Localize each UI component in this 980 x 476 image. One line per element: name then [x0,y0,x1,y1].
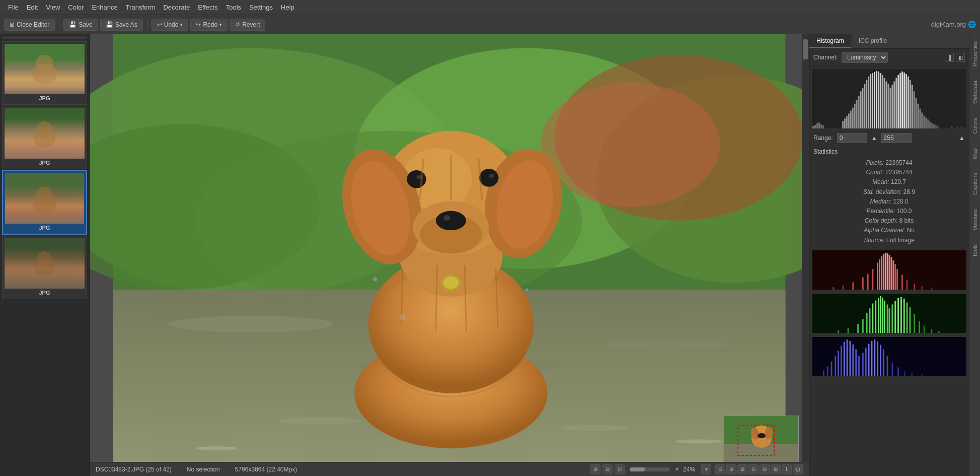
view-mode-btn-4[interactable]: ⊡ [748,464,759,474]
svg-rect-184 [862,353,864,376]
vtab-tools[interactable]: Tools [971,242,979,259]
filmstrip-drag-handle[interactable] [2,36,87,39]
menu-file[interactable]: File [4,2,23,13]
canvas-area[interactable]: DSC03483-2.JPG (25 of 42) No selection 5… [90,34,809,476]
view-mode-btn-6[interactable]: ⊞ [771,464,781,474]
zoom-dropdown-btn[interactable]: ▾ [701,464,711,474]
channel-icons: ▐ ◧ [945,53,965,62]
redo-button[interactable]: ↪ Redo ▾ [190,19,228,31]
svg-rect-146 [848,328,849,333]
range-max-input[interactable] [881,133,912,143]
svg-rect-134 [889,254,890,289]
svg-rect-149 [866,313,868,333]
tab-histogram[interactable]: Histogram [809,34,852,48]
navigator-thumbnail[interactable] [723,416,799,466]
view-mode-btn-2[interactable]: ⊞ [726,464,736,474]
vtab-properties[interactable]: Properties [971,39,979,69]
channel-label: Channel: [813,54,838,61]
revert-button[interactable]: ↺ Revert [230,19,265,31]
histogram-full-icon[interactable]: ▐ [945,53,954,62]
film-thumb-svg-3 [5,173,84,224]
range-min-input[interactable] [837,133,867,143]
stat-median: Median: 128.0 [813,197,965,207]
film-label-3: JPG [5,224,84,232]
redo-dropdown-icon[interactable]: ▾ [219,22,222,27]
svg-point-43 [443,277,459,289]
range-max-spin-up[interactable]: ▲ [871,134,877,142]
svg-rect-102 [908,77,909,128]
menu-enhance[interactable]: Enhance [88,2,121,13]
view-mode-btn-5[interactable]: ⊟ [760,464,770,474]
svg-point-60 [758,433,766,438]
svg-rect-130 [881,256,882,289]
svg-rect-142 [921,286,923,290]
svg-rect-76 [856,100,858,128]
svg-rect-114 [931,123,933,128]
svg-rect-98 [899,73,901,128]
menu-edit[interactable]: Edit [23,2,42,13]
menu-effects[interactable]: Effects [194,2,222,13]
film-item-3[interactable]: 🌐 JPG [2,170,87,235]
power-btn[interactable]: ⏻ [793,464,803,474]
vtab-captions[interactable]: Captions [971,171,979,196]
svg-rect-145 [838,330,839,333]
save-as-button[interactable]: 💾 Save As [100,19,143,31]
film-thumb-4 [5,238,85,289]
stat-color-depth: Color depth: 8 bits [813,216,965,226]
vtab-map[interactable]: Map [971,146,979,161]
svg-rect-187 [871,341,872,376]
range-min-spin-up[interactable]: ▲ [959,134,965,142]
svg-point-52 [525,288,528,291]
svg-rect-139 [901,275,903,289]
svg-rect-127 [872,269,873,290]
svg-rect-151 [872,303,873,333]
channel-row: Channel: Luminosity Red Green Blue Alpha… [809,49,969,66]
svg-rect-95 [893,82,895,128]
channel-select[interactable]: Luminosity Red Green Blue Alpha [842,52,888,63]
menu-settings[interactable]: Settings [245,2,277,13]
svg-rect-164 [907,302,908,332]
vtab-colors[interactable]: Colors [971,116,979,136]
svg-rect-82 [868,77,869,128]
menu-color[interactable]: Color [64,2,88,13]
range-label: Range: [813,134,833,142]
save-button[interactable]: 💾 Save [63,19,98,31]
close-editor-button[interactable]: ⊠ Close Editor [4,19,55,31]
vtab-metadata[interactable]: Metadata [971,79,979,106]
film-item-2[interactable]: 🌐 JPG [2,106,87,169]
svg-rect-88 [880,73,881,128]
film-item-1[interactable]: 🌐 JPG [2,41,87,105]
view-mode-btn-1[interactable]: ⊟ [715,464,725,474]
menu-transform[interactable]: Transform [122,2,160,13]
svg-rect-181 [852,344,854,376]
film-label-1: JPG [5,94,85,102]
menu-tools[interactable]: Tools [222,2,245,13]
vertical-scrollbar[interactable] [802,34,809,476]
status-fit-icon[interactable]: ⊞ [590,464,600,474]
vtab-versions[interactable]: Versions [971,207,979,232]
undo-button[interactable]: ↩ Undo ▾ [152,19,189,31]
svg-rect-162 [900,297,902,333]
svg-point-23 [675,439,723,443]
info-btn[interactable]: ℹ [782,464,792,474]
status-zoom-icon[interactable]: ⊟ [602,464,613,474]
undo-dropdown-icon[interactable]: ▾ [180,22,183,27]
svg-rect-193 [891,362,893,376]
menu-view[interactable]: View [42,2,64,13]
menu-help[interactable]: Help [277,2,298,13]
view-mode-btn-3[interactable]: ⊠ [737,464,747,474]
stat-mean: Mean: 129.7 [813,177,965,187]
close-editor-icon: ⊠ [10,21,15,28]
red-histogram-svg [812,250,966,290]
svg-rect-73 [850,111,852,128]
histogram-linear-icon[interactable]: ◧ [956,53,965,62]
navigator-thumb-image [724,416,799,466]
tab-icc-profile[interactable]: ICC profile [852,34,895,48]
svg-rect-124 [852,282,854,290]
svg-rect-117 [937,126,939,128]
menu-decorate[interactable]: Decorate [159,2,194,13]
status-fullscreen-icon[interactable]: ⊡ [615,464,625,474]
svg-rect-158 [889,308,890,333]
film-item-4[interactable]: 🌐 JPG [2,236,87,299]
svg-rect-169 [931,329,932,333]
